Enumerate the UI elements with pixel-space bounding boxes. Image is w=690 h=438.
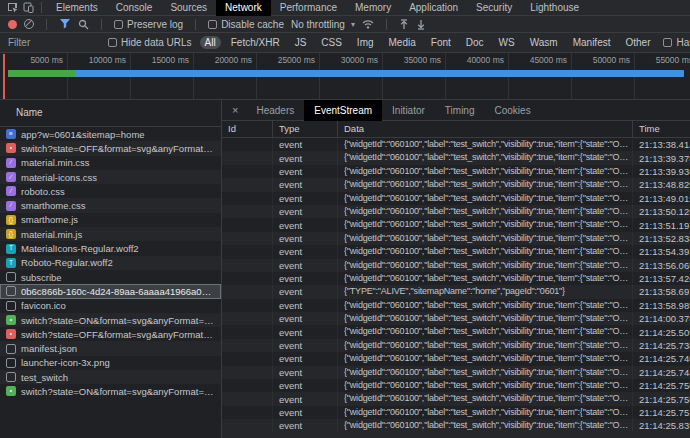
tab-security[interactable]: Security [467,0,521,16]
event-row[interactable]: event{"widgetId":"060100","label":"test_… [222,379,690,392]
request-row[interactable]: {}material.min.js [0,227,221,241]
request-row[interactable]: •switch?state=ON&format=svg&anyFormat=tr… [0,384,221,398]
column-header-data[interactable]: Data [337,121,632,137]
request-row[interactable]: favicon.ico [0,299,221,313]
event-row[interactable]: event{"widgetId":"060100","label":"test_… [222,178,690,191]
tab-lighthouse[interactable]: Lighthouse [521,0,588,16]
event-row[interactable]: event{"widgetId":"060100","label":"test_… [222,205,690,218]
tab-memory[interactable]: Memory [346,0,400,16]
event-row[interactable]: event{"widgetId":"060100","label":"test_… [222,232,690,245]
request-name: material.min.js [21,229,215,240]
filter-input[interactable] [8,37,100,48]
column-header-type[interactable]: Type [272,121,337,137]
filter-type-font[interactable]: Font [426,36,456,49]
details-tab-cookies[interactable]: Cookies [485,100,541,121]
export-har-icon[interactable] [416,19,426,30]
event-row[interactable]: event{"widgetId":"060100","label":"test_… [222,419,690,432]
event-row[interactable]: event{"widgetId":"060100","label":"test_… [222,138,690,151]
request-name: smarthome.css [21,200,215,211]
filter-type-media[interactable]: Media [384,36,421,49]
event-row[interactable]: event{"widgetId":"060100","label":"test_… [222,406,690,419]
event-row[interactable]: event{"widgetId":"060100","label":"test_… [222,312,690,325]
request-row[interactable]: ∕material.min.css [0,156,221,170]
preserve-log-checkbox[interactable]: Preserve log [114,19,183,30]
clear-icon[interactable] [24,19,34,29]
event-row[interactable]: event{"widgetId":"060100","label":"test_… [222,165,690,178]
details-tab-headers[interactable]: Headers [246,100,304,121]
filter-type-all[interactable]: All [200,36,221,49]
event-row[interactable]: event{"widgetId":"060100","label":"test_… [222,392,690,405]
tab-application[interactable]: Application [400,0,467,16]
event-row[interactable]: event{"TYPE":"ALIVE","sitemapName":"home… [222,285,690,298]
request-row[interactable]: •switch?state=OFF&format=svg&anyFormat=t… [0,141,221,155]
event-row[interactable]: event{"widgetId":"060100","label":"test_… [222,192,690,205]
event-row[interactable]: event{"widgetId":"060100","label":"test_… [222,339,690,352]
request-row[interactable]: TRoboto-Regular.woff2 [0,256,221,270]
request-row[interactable]: subscribe [0,270,221,284]
event-row[interactable]: event{"widgetId":"060100","label":"test_… [222,366,690,379]
event-type-cell: event [272,272,337,285]
filter-type-js[interactable]: JS [290,36,312,49]
request-row[interactable]: test_switch [0,370,221,384]
request-row[interactable]: •switch?state=OFF&format=svg&anyFormat=t… [0,327,221,341]
tab-performance[interactable]: Performance [271,0,346,16]
request-row[interactable]: ≡app?w=0601&sitemap=home [0,127,221,141]
column-header-id[interactable]: Id [222,121,272,137]
filter-type-css[interactable]: CSS [316,36,347,49]
tab-sources[interactable]: Sources [161,0,216,16]
event-row[interactable]: event{"widgetId":"060100","label":"test_… [222,218,690,231]
filter-type-ws[interactable]: WS [494,36,520,49]
request-name: subscribe [21,272,215,283]
device-toolbar-icon[interactable] [20,1,36,15]
close-icon[interactable]: × [222,104,246,116]
network-conditions-icon[interactable] [362,19,374,29]
record-icon[interactable] [8,20,17,29]
event-row[interactable]: event{"widgetId":"060100","label":"test_… [222,259,690,272]
event-row[interactable]: event{"widgetId":"060100","label":"test_… [222,272,690,285]
filter-type-wasm[interactable]: Wasm [525,36,563,49]
event-row[interactable]: event{"widgetId":"060100","label":"test_… [222,151,690,164]
request-row[interactable]: {}smarthome.js [0,213,221,227]
inspect-element-icon[interactable] [4,1,20,15]
event-id-cell [222,406,272,419]
divider [386,19,387,30]
event-row[interactable]: event{"widgetId":"060100","label":"test_… [222,245,690,258]
event-row[interactable]: event{"widgetId":"060100","label":"test_… [222,299,690,312]
network-overview-timeline[interactable]: 5000 ms10000 ms15000 ms20000 ms25000 ms3… [0,53,690,100]
filter-type-other[interactable]: Other [620,36,655,49]
request-row[interactable]: TMaterialIcons-Regular.woff2 [0,241,221,255]
details-tab-initiator[interactable]: Initiator [382,100,435,121]
request-row[interactable]: ∕material-icons.css [0,170,221,184]
tab-network[interactable]: Network [216,0,271,16]
column-header-time[interactable]: Time [632,121,690,137]
event-data-cell: {"widgetId":"060100","label":"test_switc… [337,272,632,285]
event-id-cell [222,352,272,365]
details-tab-timing[interactable]: Timing [435,100,485,121]
filter-type-fetch-xhr[interactable]: Fetch/XHR [226,36,285,49]
filter-type-img[interactable]: Img [352,36,379,49]
tab-elements[interactable]: Elements [47,0,107,16]
hide-data-urls-checkbox[interactable]: Hide data URLs [108,37,192,48]
request-row[interactable]: ∕smarthome.css [0,198,221,212]
event-type-cell: event [272,232,337,245]
search-icon[interactable] [78,19,89,30]
has-blocked-cookies-checkbox[interactable]: Has blocked cookies [663,37,690,48]
event-data-cell: {"widgetId":"060100","label":"test_switc… [337,352,632,365]
import-har-icon[interactable] [399,19,409,30]
request-row[interactable]: 0b6c866b-160c-4d24-89aa-6aaaa41966a0?sit… [0,284,221,298]
request-row[interactable]: launcher-icon-3x.png [0,356,221,370]
filter-icon[interactable] [59,19,71,29]
filter-type-doc[interactable]: Doc [461,36,489,49]
request-row[interactable]: ∕roboto.css [0,184,221,198]
event-row[interactable]: event{"widgetId":"060100","label":"test_… [222,325,690,338]
event-row[interactable]: event{"widgetId":"060100","label":"test_… [222,352,690,365]
details-tab-eventstream[interactable]: EventStream [304,100,382,121]
request-row[interactable]: manifest.json [0,341,221,355]
throttling-select[interactable]: No throttling ▾ [291,19,355,30]
tab-console[interactable]: Console [107,0,162,16]
name-column-header[interactable]: Name [0,100,221,127]
filter-type-manifest[interactable]: Manifest [568,36,616,49]
request-row[interactable]: •switch?state=ON&format=svg&anyFormat=tr… [0,313,221,327]
eventstream-grid-header: IdTypeDataTime [222,121,690,138]
disable-cache-checkbox[interactable]: Disable cache [208,19,284,30]
